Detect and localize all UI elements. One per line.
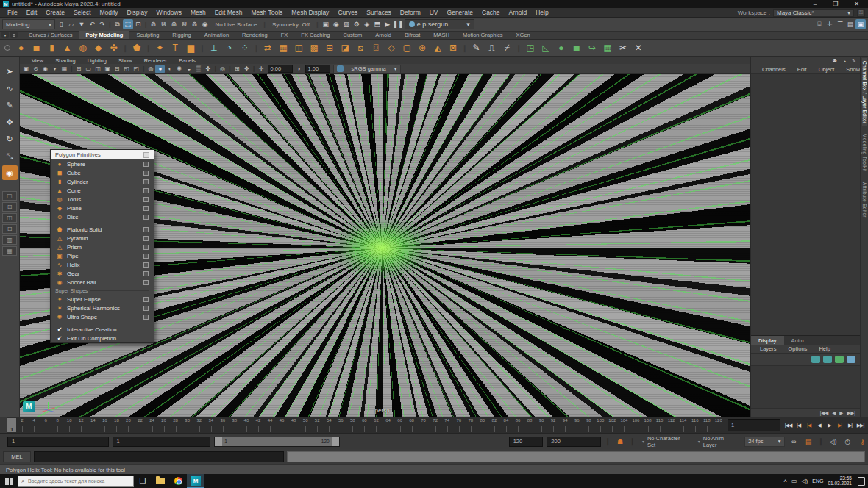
frame-tick[interactable]: 74 bbox=[441, 417, 453, 433]
option-box[interactable] bbox=[143, 206, 149, 211]
poly-disc-icon[interactable]: ✣ bbox=[107, 41, 121, 55]
option-box[interactable] bbox=[143, 245, 149, 250]
shelf-tab-poly-modeling[interactable]: Poly Modeling bbox=[79, 31, 130, 39]
safe-action-icon[interactable]: ◱ bbox=[122, 65, 132, 73]
language-indicator[interactable]: ENG bbox=[812, 478, 823, 484]
scale-tool[interactable]: ⤡ bbox=[2, 148, 18, 163]
render-settings-icon[interactable]: ⚙ bbox=[352, 19, 362, 29]
quad-draw-icon[interactable]: ◳ bbox=[523, 41, 537, 55]
connect-icon[interactable]: ↪ bbox=[585, 41, 599, 55]
frame-tick[interactable]: 68 bbox=[406, 417, 418, 433]
hypershade-icon[interactable]: ◈ bbox=[362, 19, 372, 29]
panel-menu-item[interactable]: Renderer bbox=[138, 57, 173, 64]
frame-tick[interactable]: 8 bbox=[51, 417, 63, 433]
frame-tick[interactable]: 24 bbox=[146, 417, 158, 433]
shelf-popup-icon[interactable] bbox=[4, 45, 10, 51]
command-input[interactable] bbox=[34, 451, 284, 462]
workspace-select[interactable]: Maya Classic*▾ bbox=[773, 9, 854, 17]
image-plane-icon[interactable]: ▦ bbox=[60, 65, 69, 73]
divider[interactable] bbox=[213, 65, 218, 73]
channel-box-icon[interactable]: ▣ bbox=[855, 19, 866, 29]
shelf-options-icon[interactable]: ≡ bbox=[10, 32, 18, 38]
color-space-select[interactable]: sRGB gamma▾ bbox=[333, 65, 401, 73]
polygon-primitives-menu-title[interactable]: Polygon Primitives bbox=[51, 150, 154, 159]
motion-blur-icon[interactable]: ✤ bbox=[203, 65, 213, 73]
menu-item[interactable]: Surfaces bbox=[362, 9, 396, 16]
menu-item[interactable]: Modify bbox=[96, 9, 123, 16]
frame-tick[interactable]: 96 bbox=[571, 417, 583, 433]
layer-editor-tab-anim[interactable]: Anim bbox=[784, 336, 811, 345]
divider[interactable] bbox=[199, 41, 205, 55]
frame-tick[interactable]: 20 bbox=[122, 417, 134, 433]
lasso-tool[interactable]: ∿ bbox=[2, 81, 18, 96]
sidebar-pose-icon[interactable]: ⚉ bbox=[831, 57, 839, 65]
play-forwards-button[interactable]: ▶ bbox=[825, 420, 834, 431]
sculpt-icon[interactable]: ● bbox=[554, 41, 568, 55]
smooth-icon[interactable]: ▩ bbox=[307, 41, 321, 55]
play-backwards-button[interactable]: ◀ bbox=[814, 420, 824, 431]
user-account-select[interactable]: e.p.sergun ▾ bbox=[405, 19, 474, 29]
option-box[interactable] bbox=[143, 262, 149, 268]
grid-fill-icon[interactable]: ▦ bbox=[600, 41, 614, 55]
move-layer-down-icon[interactable] bbox=[823, 356, 832, 363]
file-explorer-button[interactable] bbox=[152, 474, 169, 488]
option-box[interactable] bbox=[143, 162, 149, 167]
taskbar-clock[interactable]: 23:55 01.03.2021 bbox=[828, 476, 852, 487]
tool-settings-icon[interactable]: ▤ bbox=[845, 19, 855, 29]
outliner-layout-button[interactable]: ▥ bbox=[2, 235, 17, 245]
wedge-icon[interactable]: ◭ bbox=[431, 41, 445, 55]
frame-tick[interactable]: 82 bbox=[488, 417, 500, 433]
no-live-surface-label[interactable]: No Live Surface bbox=[210, 21, 261, 28]
svg-icon[interactable]: ▆ bbox=[184, 41, 198, 55]
option-box[interactable] bbox=[143, 271, 149, 276]
frame-tick[interactable]: 22 bbox=[134, 417, 146, 433]
shelf-tab-xgen[interactable]: XGen bbox=[510, 31, 537, 39]
primitive-ultra-shape[interactable]: ✺ Ultra Shape bbox=[51, 312, 154, 321]
menu-item[interactable]: Create bbox=[41, 9, 69, 16]
panel-menu-item[interactable]: Show bbox=[113, 57, 138, 64]
channel-box-menu-item[interactable]: Object bbox=[813, 66, 841, 73]
extrude-icon[interactable]: ◇ bbox=[385, 41, 399, 55]
snap-curve-icon[interactable]: ⋓ bbox=[158, 19, 168, 29]
primitive-soccer-ball[interactable]: ◉ Soccer Ball bbox=[51, 278, 154, 287]
menu-item[interactable]: Help bbox=[531, 9, 552, 16]
primitive-cone[interactable]: ▲ Cone bbox=[51, 186, 154, 195]
animation-end-field[interactable]: 200 bbox=[547, 437, 601, 447]
construction-plane-icon[interactable]: ⟂ bbox=[207, 41, 221, 55]
divider[interactable] bbox=[253, 41, 259, 55]
fps-select[interactable]: 24 fps▾ bbox=[744, 437, 785, 447]
menu-item[interactable]: Mesh Display bbox=[287, 9, 333, 16]
frame-tick[interactable]: 104 bbox=[618, 417, 630, 433]
paint-select-tool[interactable]: ✎ bbox=[2, 98, 18, 112]
frame-tick[interactable]: 56 bbox=[335, 417, 346, 433]
panel-menu-item[interactable]: Lighting bbox=[82, 57, 113, 64]
primitive-cube[interactable]: ◼ Cube bbox=[51, 168, 154, 177]
frame-tick[interactable]: 6 bbox=[40, 417, 51, 433]
move-layer-up-icon[interactable] bbox=[811, 356, 820, 363]
isolate-select-icon[interactable]: ◎ bbox=[218, 65, 227, 73]
render-region-icon[interactable]: ▨ bbox=[341, 19, 352, 29]
frame-tick[interactable]: 66 bbox=[394, 417, 406, 433]
boolean-icon[interactable]: ◫ bbox=[292, 41, 306, 55]
frame-tick[interactable]: 90 bbox=[536, 417, 547, 433]
go-to-end-button[interactable]: ▶▶| bbox=[855, 420, 865, 431]
step-back-key-button[interactable]: |◀ bbox=[794, 420, 803, 431]
primitive-prism[interactable]: ◬ Prism bbox=[51, 243, 154, 251]
layers-prev-button[interactable]: ◀ bbox=[832, 410, 836, 416]
shadows-icon[interactable]: ◒ bbox=[184, 65, 193, 73]
slice-icon[interactable]: ⧅ bbox=[354, 41, 368, 55]
humanik-icon[interactable]: ✛ bbox=[825, 19, 835, 29]
current-frame-field[interactable]: 1 bbox=[728, 419, 780, 431]
auto-key-icon[interactable]: ⚷ bbox=[857, 436, 868, 447]
divider[interactable] bbox=[516, 41, 522, 55]
primitive-disc[interactable]: ⊜ Disc bbox=[51, 212, 154, 221]
light-editor-icon[interactable]: ⬒ bbox=[372, 19, 383, 29]
divider[interactable] bbox=[145, 41, 151, 55]
shelf-tab-motion-graphics[interactable]: Motion Graphics bbox=[456, 31, 510, 39]
last-tool-helix[interactable]: ◉ bbox=[2, 165, 18, 180]
frame-tick[interactable]: 10 bbox=[63, 417, 75, 433]
hypershade-layout-button[interactable]: ▦ bbox=[2, 246, 17, 256]
poly-sphere-icon[interactable]: ● bbox=[14, 41, 28, 55]
frame-tick[interactable]: 2 bbox=[16, 417, 28, 433]
menu-item[interactable]: Display bbox=[123, 9, 152, 16]
